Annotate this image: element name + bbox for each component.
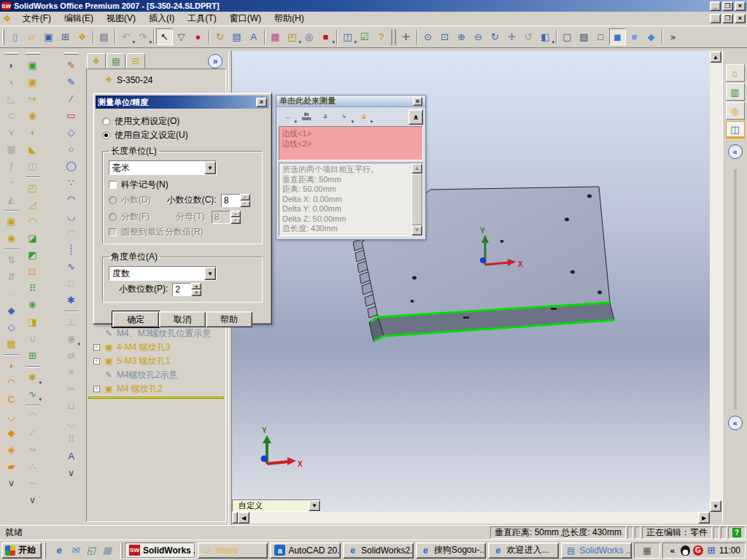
ruled-surface-icon[interactable]: ⋎ — [3, 124, 20, 141]
cancel-button[interactable]: 取消 — [159, 311, 206, 327]
spline-on-surface-icon[interactable]: ∵ — [63, 174, 80, 191]
mirror-entities-icon[interactable]: ⇄ — [63, 347, 80, 364]
antivirus-tray-icon[interactable]: G — [693, 545, 703, 556]
print-icon[interactable]: ▤ — [96, 28, 112, 45]
knit-surface-icon[interactable]: ▦ — [3, 141, 20, 158]
toolbar-button[interactable] — [262, 29, 267, 45]
scroll-up-icon[interactable]: ▲ — [411, 163, 422, 174]
radio-icon[interactable] — [102, 131, 110, 139]
angle-places-spinner[interactable]: 2 ▲▼ — [172, 283, 201, 296]
mirror-feature-icon[interactable]: ◨ — [24, 314, 41, 330]
display-relations-icon[interactable]: ◉ — [63, 330, 80, 347]
spin-up-icon[interactable]: ▲ — [240, 194, 250, 201]
checkbox-icon[interactable] — [109, 181, 117, 189]
task-autocad[interactable]: a AutoCAD 20... — [270, 542, 341, 559]
close-button[interactable]: × — [735, 1, 746, 11]
pane-split-handle[interactable] — [232, 512, 238, 524]
scroll-right-icon[interactable]: ▶ — [698, 512, 710, 524]
custom-scale-combo[interactable]: 自定义 ▼ — [232, 499, 321, 512]
task-solidworks[interactable]: SW SolidWorks ... — [125, 542, 196, 559]
design-library-tab-icon[interactable]: ▥ — [726, 83, 745, 101]
qq-messenger-icon[interactable] — [681, 545, 690, 556]
doc-minimize-button[interactable]: _ — [710, 14, 721, 23]
spin-down-icon[interactable]: ▼ — [191, 289, 201, 296]
make-drawing-icon[interactable]: ⊞ — [57, 28, 74, 45]
wrap-icon[interactable]: ◖ — [3, 357, 20, 374]
sketch-text-icon[interactable]: A — [63, 448, 80, 464]
flat-pattern-icon[interactable]: ▦ — [3, 335, 20, 352]
task-sogou[interactable]: e 搜狗Sogou-... — [416, 542, 487, 559]
scroll-down-icon[interactable]: ▼ — [411, 225, 422, 236]
panel-chevron-icon[interactable]: » — [208, 54, 222, 69]
revolved-cut-icon[interactable]: ◩ — [24, 246, 41, 263]
circle-icon[interactable]: ○ — [63, 141, 80, 158]
menu-item[interactable]: 文件(F) — [16, 11, 58, 26]
start-button[interactable]: 开始 — [1, 542, 42, 559]
doc-restore-button[interactable]: ❐ — [722, 14, 733, 23]
combo-dropdown-icon[interactable]: ▼ — [204, 161, 216, 174]
point-icon[interactable]: ✱ — [63, 292, 80, 308]
selected-entity[interactable]: 边线<1> — [282, 128, 420, 139]
linear-pattern-icon[interactable]: ⠿ — [24, 280, 41, 297]
rollback-bar[interactable] — [88, 397, 224, 399]
circular-pattern-icon[interactable]: ❋ — [24, 297, 41, 314]
ellipse-icon[interactable]: ◯ — [63, 158, 80, 174]
rotate-view-icon[interactable]: ↻ — [487, 28, 503, 45]
pan-icon[interactable]: ✛ — [503, 28, 520, 45]
help-icon[interactable]: ? — [373, 28, 390, 45]
centerline-icon[interactable]: ┊ — [63, 241, 80, 258]
solidworks-resources-tab-icon[interactable]: ⌂ — [726, 64, 745, 82]
toolbar-button[interactable] — [659, 29, 665, 45]
toolbar-button[interactable] — [414, 29, 419, 45]
toolbar-button[interactable] — [63, 308, 80, 314]
projection-measure-icon[interactable]: ◪ — [355, 109, 372, 125]
unfold-icon[interactable]: ◇ — [3, 319, 20, 335]
spline-icon[interactable]: ∿ — [63, 258, 80, 275]
reference-point-icon[interactable]: ✱ — [24, 369, 41, 386]
spin-up-icon[interactable]: ▲ — [231, 211, 241, 217]
menu-item[interactable]: 工具(T) — [181, 11, 222, 26]
tree-item[interactable]: ✎ M4螺纹孔2示意 — [87, 368, 225, 382]
save-icon[interactable]: ▣ — [40, 28, 57, 45]
tree-root-item[interactable]: ❖ S-350-24 — [87, 73, 225, 87]
decimal-radio[interactable] — [109, 196, 117, 204]
magnetic-snap-icon[interactable]: ✛ — [398, 28, 414, 45]
tray-collapse-icon[interactable]: « — [667, 545, 678, 556]
trim-entities-icon[interactable]: ✂ — [63, 381, 80, 397]
three-point-arc-icon[interactable]: ◠ — [63, 191, 80, 208]
line-icon[interactable]: ∕ — [63, 90, 80, 107]
flex-icon[interactable]: C — [3, 391, 20, 408]
denominator-spinner[interactable]: 8 ▲▼ — [212, 211, 241, 224]
toolbar-button[interactable] — [25, 364, 41, 369]
hidden-lines-removed-icon[interactable]: □ — [592, 28, 609, 45]
rotate-about-scene-icon[interactable]: ↺ — [520, 28, 537, 45]
centerpoint-arc-icon[interactable]: ◡ — [63, 208, 80, 225]
dome-feature-icon[interactable]: ◠ — [24, 213, 41, 230]
task-shuru-folder[interactable]: ▱ shuru — [198, 542, 268, 559]
spin-down-icon[interactable]: ▼ — [240, 201, 250, 207]
toolbar-button[interactable] — [554, 29, 559, 45]
toolbar-button[interactable] — [4, 246, 20, 252]
rebuild-icon[interactable]: ↻ — [212, 28, 228, 45]
zoom-area-icon[interactable]: ⊡ — [436, 28, 453, 45]
scroll-down-icon[interactable]: ▼ — [710, 500, 721, 512]
scrollbar-thumb[interactable] — [411, 174, 422, 225]
menu-item[interactable]: 插入(I) — [142, 11, 181, 26]
texture-icon[interactable]: ◰ — [284, 28, 301, 45]
propertymanager-tab-icon[interactable]: ▤ — [107, 53, 125, 69]
toolbar-button[interactable] — [390, 29, 398, 45]
view-orientation-icon[interactable]: ◧ — [537, 28, 554, 45]
new-document-icon[interactable]: ▯ — [7, 28, 23, 45]
input-method-keyboard-icon[interactable]: ▦ — [634, 542, 660, 559]
design-checker-icon[interactable]: ☑ — [356, 28, 373, 45]
toolbar-button[interactable] — [206, 29, 212, 45]
expand-plus-icon[interactable]: + — [93, 386, 100, 392]
help-button[interactable]: 帮助 — [206, 311, 252, 327]
task-solidworks2[interactable]: e SolidWorks2... — [343, 542, 414, 559]
view-palette-tab-icon[interactable]: ◫ — [726, 121, 745, 139]
restore-button[interactable]: ❐ — [722, 1, 733, 11]
indent-icon[interactable]: ◆ — [3, 424, 20, 441]
section-view-icon[interactable]: ▤ — [228, 28, 245, 45]
menu-item[interactable]: 窗口(W) — [223, 11, 268, 26]
toolbar-more-icon[interactable]: ∨ — [3, 475, 20, 491]
